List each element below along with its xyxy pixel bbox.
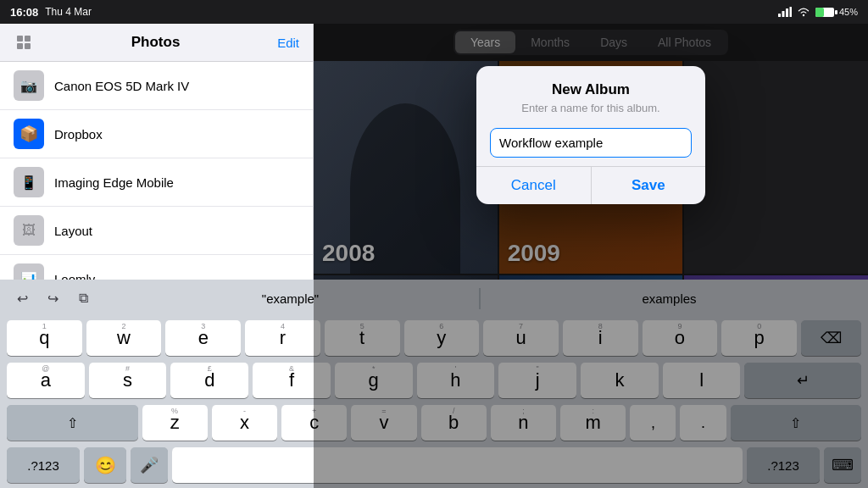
redo-icon[interactable]: ↪ xyxy=(41,286,64,310)
dialog-overlay: New Album Enter a name for this album. C… xyxy=(314,24,868,488)
camera-icon: 📷 xyxy=(20,78,37,94)
album-thumb-dropbox: 📦 xyxy=(14,119,44,149)
grid-view-icon xyxy=(17,36,31,49)
battery-fill xyxy=(815,8,824,17)
svg-rect-3 xyxy=(789,7,792,17)
dialog-header: New Album Enter a name for this album. xyxy=(476,66,705,119)
key-d[interactable]: £d xyxy=(170,363,248,398)
sidebar-header: Photos Edit xyxy=(0,24,313,62)
sidebar-edit-button[interactable]: Edit xyxy=(277,36,299,50)
key-s[interactable]: #s xyxy=(89,363,167,398)
key-w[interactable]: 2w xyxy=(86,320,162,356)
dialog-subtitle: Enter a name for this album. xyxy=(490,102,692,114)
dialog-title: New Album xyxy=(490,81,692,98)
pred-left-icons: ↩ ↪ ⧉ xyxy=(10,286,95,310)
album-name-input[interactable] xyxy=(490,128,692,158)
key-x[interactable]: -x xyxy=(212,405,277,441)
album-name-imaging: Imaging Edge Mobile xyxy=(54,175,174,190)
battery-icon xyxy=(815,8,834,17)
key-e[interactable]: 3e xyxy=(165,320,241,356)
album-thumb-imaging: 📱 xyxy=(14,167,44,197)
svg-point-4 xyxy=(803,14,804,16)
save-button[interactable]: Save xyxy=(592,167,706,204)
key-r[interactable]: 4r xyxy=(245,320,320,356)
undo-icon[interactable]: ↩ xyxy=(10,286,34,310)
layout-icon: 🖼 xyxy=(22,223,36,238)
imaging-icon: 📱 xyxy=(20,175,37,191)
cancel-button[interactable]: Cancel xyxy=(476,167,592,204)
sidebar-item-layout[interactable]: 🖼 Layout xyxy=(0,207,313,255)
album-thumb-canon: 📷 xyxy=(14,70,44,101)
key-emoji-button[interactable]: 😊 xyxy=(84,447,126,483)
wifi-icon xyxy=(797,7,810,17)
status-icons: 45% xyxy=(778,7,858,17)
key-q[interactable]: 1q xyxy=(7,320,82,356)
status-bar: 16:08 Thu 4 Mar 45% xyxy=(0,0,868,24)
battery-percentage: 45% xyxy=(839,7,858,17)
app-container: Photos Edit 📷 Canon EOS 5D Mark IV 📦 Dro… xyxy=(0,24,868,488)
key-mic-button[interactable]: 🎤 xyxy=(131,447,168,483)
dropbox-icon: 📦 xyxy=(19,125,38,143)
dialog-input-wrap xyxy=(476,119,705,166)
status-time: 16:08 xyxy=(10,6,38,19)
sidebar-item-dropbox[interactable]: 📦 Dropbox xyxy=(0,110,313,158)
album-thumb-layout: 🖼 xyxy=(14,215,44,246)
sidebar-title: Photos xyxy=(131,34,181,51)
dialog-buttons: Cancel Save xyxy=(476,166,705,204)
key-shift-left[interactable]: ⇧ xyxy=(7,405,138,441)
svg-rect-2 xyxy=(786,8,788,17)
status-date: Thu 4 Mar xyxy=(45,6,92,18)
key-z[interactable]: %z xyxy=(142,405,208,441)
sidebar-item-imaging[interactable]: 📱 Imaging Edge Mobile xyxy=(0,158,313,207)
cellular-icon xyxy=(778,7,792,17)
album-name-dropbox: Dropbox xyxy=(54,127,103,141)
svg-rect-0 xyxy=(778,14,781,17)
paste-icon[interactable]: ⧉ xyxy=(71,286,95,310)
album-name-layout: Layout xyxy=(54,224,92,238)
key-symbols-button[interactable]: .?123 xyxy=(7,447,80,483)
sidebar-item-canon[interactable]: 📷 Canon EOS 5D Mark IV xyxy=(0,62,313,110)
svg-rect-1 xyxy=(782,11,784,17)
album-name-canon: Canon EOS 5D Mark IV xyxy=(54,79,189,93)
sidebar-grid-icon[interactable] xyxy=(14,32,34,53)
key-a[interactable]: @a xyxy=(7,363,85,398)
new-album-dialog: New Album Enter a name for this album. C… xyxy=(476,66,705,204)
photo-main: Years Months Days All Photos 2008 🦌 2009 xyxy=(314,24,868,488)
